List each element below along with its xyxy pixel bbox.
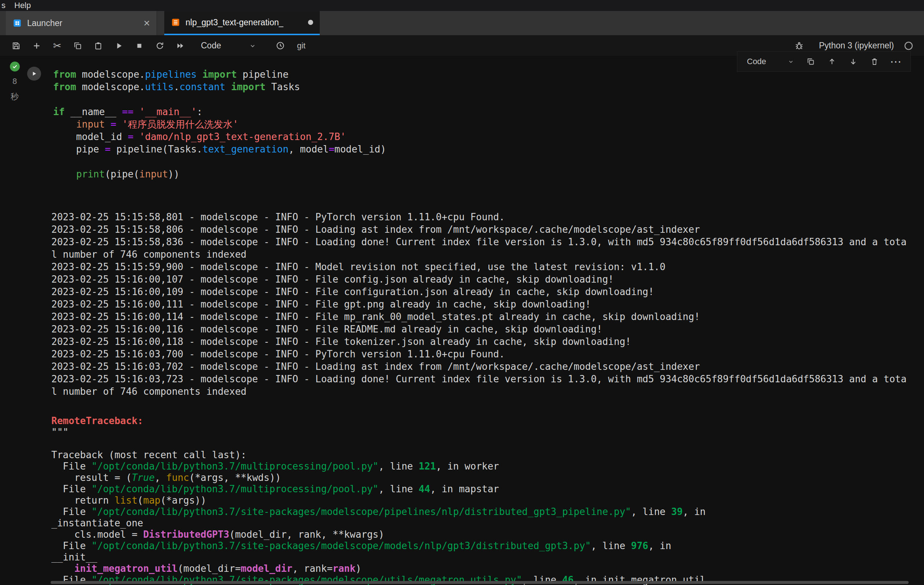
log-line: 2023-02-25 15:16:00,114 - modelscope - I… [51,310,909,323]
play-icon [31,71,37,77]
log-line: 2023-02-25 15:16:00,116 - modelscope - I… [51,323,909,335]
code-line [53,155,906,168]
tab-bar: Launcher × nlp_gpt3_text-generation_ [0,11,924,35]
move-cell-up-button[interactable] [823,54,841,70]
launcher-tab-icon [12,18,22,28]
log-line: 2023-02-25 15:16:03,700 - modelscope - I… [51,348,909,360]
tab-label: Launcher [27,18,62,28]
history-button[interactable] [270,38,290,54]
log-line: 2023-02-25 15:15:58,836 - modelscope - I… [51,236,909,260]
run-button[interactable] [109,38,129,54]
cell-toolbar-cell-type-dropdown[interactable]: Code [743,54,798,69]
tb-line: File "/opt/conda/lib/python3.7/multiproc… [51,483,909,495]
cell-type-dropdown[interactable]: Code [197,38,260,53]
execution-indicator: 8 秒 [7,62,23,102]
save-button[interactable] [6,38,26,54]
save-icon [12,41,21,51]
execution-success-icon [10,62,20,71]
code-line [53,93,906,105]
play-icon [114,41,124,51]
log-line: 2023-02-25 15:16:00,118 - modelscope - I… [51,335,909,348]
more-actions-button[interactable]: ⋯ [887,54,904,69]
kernel-status-icon[interactable] [903,41,914,51]
code-line: print(pipe(input)) [53,168,906,180]
duplicate-icon [806,57,815,66]
restart-icon [155,41,165,51]
log-line: 2023-02-25 15:15:58,801 - modelscope - I… [51,211,909,223]
output-area: 2023-02-25 15:15:58,801 - modelscope - I… [51,211,909,585]
run-cell-button[interactable] [27,67,41,81]
tb-line: return list(map(*args)) [51,495,909,506]
chevron-down-icon [249,42,257,50]
tb-line: cls.model = DistributedGPT3(model_dir, r… [51,529,909,540]
tb-line: _instantiate_one [51,517,909,529]
tb-line: __init__ [51,552,909,563]
code-line: input = '程序员脱发用什么洗发水' [53,118,906,130]
unsaved-indicator-dot [308,20,313,25]
log-line: 2023-02-25 15:16:00,109 - modelscope - I… [51,285,909,298]
clock-icon [276,41,285,51]
tb-line: """ [51,427,909,438]
log-line: 2023-02-25 15:16:03,702 - modelscope - I… [51,360,909,373]
execution-duration-value: 8 [12,77,17,86]
tab-label: nlp_gpt3_text-generation_ [186,18,284,28]
cell-type-value: Code [747,57,766,66]
kernel-name[interactable]: Python 3 (ipykernel) [819,41,894,51]
copy-icon [73,41,82,51]
bug-icon [794,41,804,51]
delete-cell-button[interactable] [866,54,883,70]
cut-cell-button[interactable]: ✂ [47,38,68,54]
cell-type-value: Code [201,41,221,51]
close-tab-icon[interactable]: × [144,18,150,29]
notebook-file-icon [171,18,180,27]
plus-icon [32,41,41,51]
code-line: model_id = 'damo/nlp_gpt3_text-generatio… [53,130,906,143]
log-line: 2023-02-25 15:16:00,107 - modelscope - I… [51,273,909,285]
arrow-up-icon [828,57,837,66]
duplicate-cell-button[interactable] [802,54,820,70]
log-line: 2023-02-25 15:15:58,806 - modelscope - I… [51,223,909,236]
arrow-down-icon [849,57,858,66]
code-line: pipe = pipeline(Tasks.text_generation, m… [53,143,906,155]
tb-line: init_megatron_util(model_dir=model_dir, … [51,563,909,574]
move-cell-down-button[interactable] [845,54,862,70]
tb-line: File "/opt/conda/lib/python3.7/site-pack… [51,540,909,552]
trash-icon [870,57,879,66]
tb-line: result = (True, func(*args, **kwds)) [51,472,909,483]
restart-kernel-button[interactable] [150,38,170,54]
paste-cell-button[interactable] [88,38,109,54]
tb-line: RemoteTraceback: [51,415,909,427]
tb-line: File "/opt/conda/lib/python3.7/site-pack… [51,506,909,517]
run-all-button[interactable] [170,38,191,54]
add-cell-button[interactable] [26,38,47,54]
fast-forward-icon [176,41,185,51]
code-editor[interactable]: from modelscope.pipelines import pipelin… [53,68,906,180]
execution-duration-unit: 秒 [11,91,19,102]
log-line: 2023-02-25 15:15:59,900 - modelscope - I… [51,260,909,273]
menu-item-help[interactable]: Help [9,1,36,10]
cut-icon: ✂ [53,40,62,51]
paste-icon [94,41,103,51]
code-line: from modelscope.utils.constant import Ta… [53,81,906,93]
stop-icon [135,41,144,51]
tb-line: File "/opt/conda/lib/python3.7/multiproc… [51,461,909,472]
tab-launcher[interactable]: Launcher × [6,11,157,35]
menu-item-partial[interactable]: s [0,1,9,10]
tb-line: Traceback (most recent call last): [51,449,909,461]
chevron-down-icon [787,58,795,65]
log-line: 2023-02-25 15:16:00,111 - modelscope - I… [51,298,909,310]
code-line: if __name__ == '__main__': [53,105,906,118]
horizontal-scrollbar[interactable] [51,581,909,584]
tb-line [51,438,909,449]
tab-notebook[interactable]: nlp_gpt3_text-generation_ [164,11,320,35]
menu-bar: s Help [0,0,924,11]
cell-toolbar: Code ⋯ [737,51,911,72]
copy-cell-button[interactable] [68,38,88,54]
interrupt-kernel-button[interactable] [129,38,150,54]
log-line: 2023-02-25 15:16:03,723 - modelscope - I… [51,373,909,398]
log-output: 2023-02-25 15:15:58,801 - modelscope - I… [51,211,909,398]
traceback-output: RemoteTraceback: """ Traceback (most rec… [51,415,909,585]
git-button[interactable]: git [293,41,309,51]
